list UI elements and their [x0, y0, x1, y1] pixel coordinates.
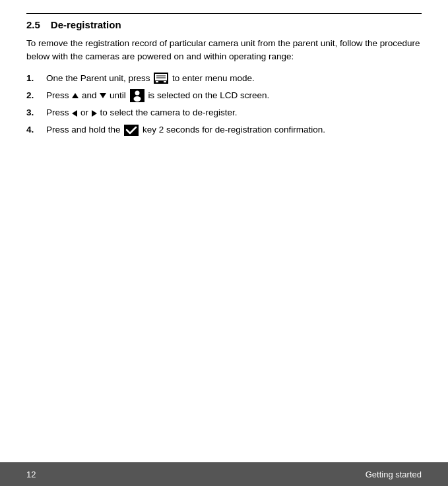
- right-arrow-icon: [92, 110, 97, 117]
- footer-section-name: Getting started: [366, 470, 422, 479]
- step-2-text-mid2: until: [110, 90, 129, 100]
- section-number: 2.5: [26, 19, 40, 30]
- intro-text: To remove the registration record of par…: [26, 37, 422, 64]
- step-3-text-after: to select the camera to de-register.: [100, 107, 238, 117]
- step-1-text-after: to enter menu mode.: [172, 73, 255, 83]
- step-4-content: Press and hold the key 2 seconds for de-…: [46, 123, 422, 137]
- step-2: 2. Press and until is selected on the: [26, 89, 422, 102]
- up-arrow-icon: [72, 93, 79, 98]
- svg-rect-1: [155, 74, 167, 80]
- camera-person-icon: [130, 89, 144, 102]
- top-divider: [26, 13, 422, 14]
- svg-rect-2: [156, 81, 158, 82]
- footer: 12 Getting started: [0, 462, 448, 486]
- step-4-number: 4.: [26, 123, 46, 137]
- step-2-text-mid1: and: [82, 90, 99, 100]
- page-container: 2.5De-registration To remove the registr…: [0, 0, 448, 486]
- svg-point-8: [133, 96, 141, 102]
- step-1-text-before: One the Parent unit, press: [46, 73, 152, 83]
- step-2-text-after: is selected on the LCD screen.: [148, 90, 269, 100]
- step-4: 4. Press and hold the key 2 seconds for …: [26, 123, 422, 137]
- svg-rect-3: [164, 81, 166, 82]
- step-2-text-before: Press: [46, 90, 71, 100]
- footer-page-number: 12: [26, 470, 36, 479]
- steps-list: 1. One the Parent unit, press to enter m…: [26, 72, 422, 137]
- section-heading: De-registration: [51, 19, 121, 30]
- step-1-content: One the Parent unit, press to enter menu…: [46, 72, 422, 85]
- section-title: 2.5De-registration: [26, 19, 422, 30]
- step-3-text-before: Press: [46, 107, 71, 117]
- left-arrow-icon: [72, 110, 77, 117]
- down-arrow-icon: [100, 93, 106, 98]
- step-2-number: 2.: [26, 89, 46, 102]
- menu-icon: [154, 73, 168, 84]
- step-3-content: Press or to select the camera to de-regi…: [46, 106, 422, 119]
- svg-point-7: [135, 91, 139, 96]
- step-1-number: 1.: [26, 72, 46, 85]
- step-3: 3. Press or to select the camera to de-r…: [26, 106, 422, 119]
- step-2-content: Press and until is selected on the LCD s…: [46, 89, 422, 102]
- content-area: 2.5De-registration To remove the registr…: [0, 0, 448, 462]
- check-key-icon: [124, 125, 139, 136]
- step-3-text-mid1: or: [80, 107, 91, 117]
- step-4-text-after: key 2 seconds for de-registration confir…: [143, 125, 325, 135]
- step-3-number: 3.: [26, 106, 46, 119]
- step-1: 1. One the Parent unit, press to enter m…: [26, 72, 422, 85]
- step-4-text-before: Press and hold the: [46, 125, 123, 135]
